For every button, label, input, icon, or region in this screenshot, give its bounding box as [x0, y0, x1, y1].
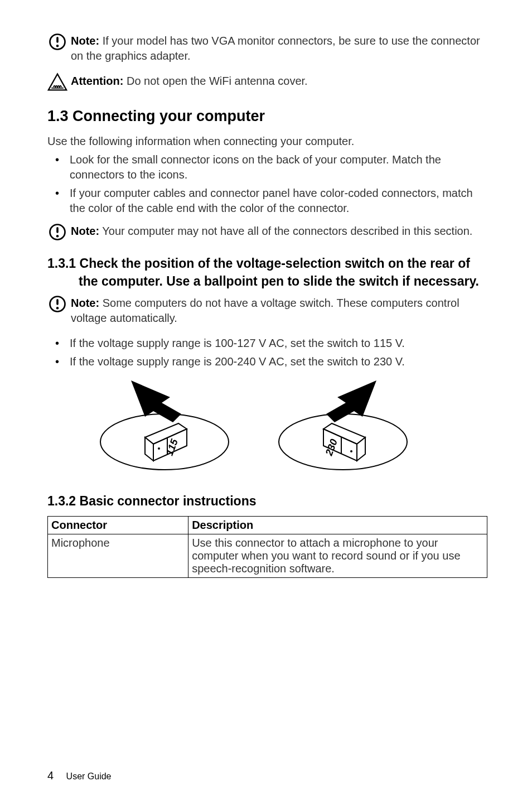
- svg-rect-6: [56, 227, 59, 233]
- svg-point-17: [158, 447, 160, 450]
- list-item: If the voltage supply range is 200-240 V…: [47, 354, 487, 369]
- info-circle-icon: [47, 294, 67, 314]
- section-heading: 1.3 Connecting your computer: [47, 108, 487, 125]
- attention-body: Do not open the WiFi antenna cover.: [127, 75, 308, 87]
- subsection-heading-2: 1.3.2 Basic connector instructions: [47, 492, 487, 510]
- attention-callout: Attention: Do not open the WiFi antenna …: [47, 74, 487, 92]
- svg-point-25: [350, 450, 352, 452]
- svg-point-2: [56, 45, 59, 47]
- list-item: If your computer cables and connector pa…: [47, 186, 487, 216]
- page-footer: 4 User Guide: [47, 769, 112, 782]
- table-header-description: Description: [188, 516, 487, 534]
- intro-paragraph: Use the following information when conne…: [47, 134, 487, 149]
- voltage-switch-115-icon: 115: [92, 380, 237, 475]
- svg-point-7: [56, 235, 59, 238]
- svg-point-10: [56, 307, 59, 310]
- note-label: Note:: [71, 297, 99, 309]
- bullet-list-2: If the voltage supply range is 100-127 V…: [47, 336, 487, 369]
- note-callout: Note: Your computer may not have all of …: [47, 224, 487, 242]
- list-item: Look for the small connector icons on th…: [47, 152, 487, 182]
- svg-rect-1: [56, 37, 59, 43]
- voltage-switch-figure: 115 230: [92, 380, 487, 475]
- warning-triangle-icon: [47, 72, 67, 92]
- note-text: Note: Some computers do not have a volta…: [71, 296, 487, 326]
- note-callout: Note: If your model has two VGA monitor …: [47, 33, 487, 64]
- note-body: Your computer may not have all of the co…: [102, 225, 472, 237]
- svg-rect-9: [56, 299, 59, 305]
- note-callout: Note: Some computers do not have a volta…: [47, 296, 487, 326]
- subsection-heading-1: 1.3.1 Check the position of the voltage-…: [47, 254, 487, 290]
- note-label: Note:: [71, 225, 99, 237]
- info-circle-icon: [47, 32, 67, 52]
- page-number: 4: [47, 769, 54, 782]
- table-cell-description: Use this connector to attach a microphon…: [188, 534, 487, 577]
- attention-label: Attention:: [71, 75, 123, 87]
- note-body: Some computers do not have a voltage swi…: [71, 297, 460, 324]
- table-header-connector: Connector: [48, 516, 188, 534]
- connector-table: Connector Description Microphone Use thi…: [47, 516, 487, 578]
- footer-label: User Guide: [66, 772, 112, 781]
- note-text: Note: Your computer may not have all of …: [71, 224, 487, 239]
- note-body: If your model has two VGA monitor connec…: [71, 35, 480, 62]
- table-cell-connector: Microphone: [48, 534, 188, 577]
- note-label: Note:: [71, 35, 99, 47]
- info-circle-icon: [47, 222, 67, 242]
- list-item: If the voltage supply range is 100-127 V…: [47, 336, 487, 351]
- attention-text: Attention: Do not open the WiFi antenna …: [71, 74, 487, 89]
- bullet-list-1: Look for the small connector icons on th…: [47, 152, 487, 216]
- note-text: Note: If your model has two VGA monitor …: [71, 33, 487, 64]
- voltage-switch-230-icon: 230: [270, 380, 415, 475]
- table-row: Microphone Use this connector to attach …: [48, 534, 487, 577]
